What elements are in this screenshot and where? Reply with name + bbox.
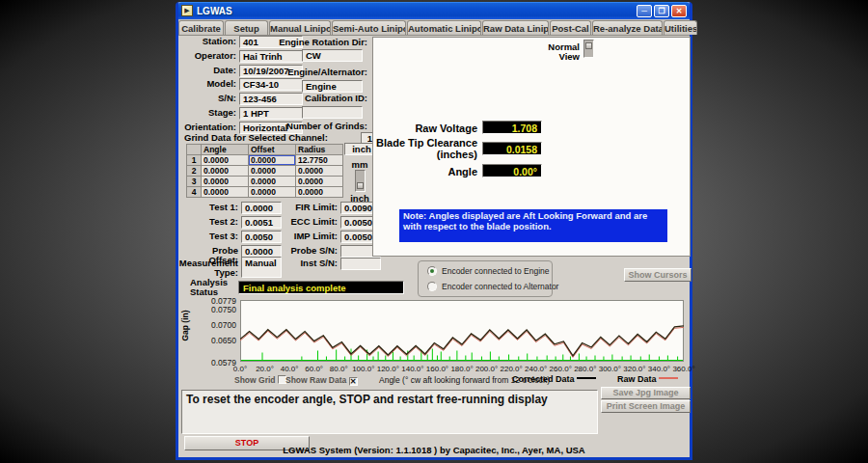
tab-raw-data-linipot[interactable]: Raw Data Linipot xyxy=(482,20,549,35)
station-label: Station: xyxy=(178,37,236,46)
main-content: Station: 401 Operator: Hai Trinh Date: 1… xyxy=(178,36,690,457)
table-header-radius: Radius xyxy=(296,145,342,154)
minimize-button[interactable]: ─ xyxy=(637,5,652,17)
table-cell[interactable]: 0.0000 xyxy=(202,166,248,176)
labview-app-icon: ▶ xyxy=(181,5,193,16)
table-header-offset: Offset xyxy=(249,145,295,154)
table-header xyxy=(187,145,201,154)
readout-panel: Normal View Raw Voltage 1.708 Blade Tip … xyxy=(372,37,691,257)
clearance-label: Blade Tip Clearance(inches) xyxy=(373,138,477,160)
test2-field[interactable]: 0.0051 xyxy=(241,216,282,229)
tab-strip: Calibrate Setup Manual Linipot Semi-Auto… xyxy=(178,19,690,36)
show-grid-label: Show Grid xyxy=(234,375,286,385)
row-index: 3 xyxy=(187,177,201,186)
show-raw-label: Show Raw Data ✕ xyxy=(285,375,358,386)
test1-label: Test 1: xyxy=(182,203,238,212)
y-tick-label: 0.0750 xyxy=(203,305,236,314)
test2-label: Test 2: xyxy=(182,217,238,227)
table-cell[interactable]: 0.0000 xyxy=(202,177,248,186)
row-index: 4 xyxy=(187,187,201,197)
encoder-alternator-option[interactable]: Encoder connected to Alternator xyxy=(427,282,558,291)
table-cell[interactable]: 0.0000 xyxy=(296,187,342,197)
normal-view-label: Normal View xyxy=(526,42,580,62)
table-cell[interactable]: 0.0000 xyxy=(202,187,248,197)
angle-display: 0.00° xyxy=(482,164,542,177)
encoder-engine-option[interactable]: Encoder connected to Engine xyxy=(427,266,550,276)
gap-vs-angle-chart[interactable] xyxy=(240,300,684,362)
operator-field[interactable]: Hai Trinh xyxy=(239,50,303,63)
show-raw-text: Show Raw Data xyxy=(285,375,346,385)
tab-setup[interactable]: Setup xyxy=(225,20,268,35)
unit-slider[interactable] xyxy=(355,170,366,192)
show-cursors-button[interactable]: Show Cursors xyxy=(624,268,692,282)
test1-field[interactable]: 0.0000 xyxy=(241,202,282,214)
calibration-id-label: Calibration ID: xyxy=(275,94,367,103)
message-box: To reset the encoder angle, STOP and res… xyxy=(181,390,598,434)
close-button[interactable]: ✕ xyxy=(671,5,687,17)
restore-button[interactable]: ❐ xyxy=(654,5,669,17)
fir-limit-label: FIR Limit: xyxy=(285,203,338,212)
tab-re-analyze-data[interactable]: Re-analyze Data xyxy=(592,20,663,35)
inst-sn-field[interactable] xyxy=(340,258,381,270)
calibration-id-field[interactable] xyxy=(302,106,363,119)
view-slider-thumb[interactable] xyxy=(585,42,592,49)
model-field[interactable]: CF34-10 xyxy=(239,78,303,91)
tab-post-cal[interactable]: Post-Cal xyxy=(550,20,591,35)
chart-y-axis-title: Gap (in) xyxy=(181,310,190,348)
x-tick-label: 360.0° xyxy=(668,365,699,373)
clearance-label-line1: Blade Tip Clearance xyxy=(376,137,477,149)
ecc-limit-label: ECC Limit: xyxy=(285,217,338,227)
date-label: Date: xyxy=(178,66,236,75)
unit-slider-thumb[interactable] xyxy=(357,182,364,189)
table-cell[interactable]: 0.0000 xyxy=(249,177,295,186)
legend-raw: Raw Data xyxy=(617,374,678,384)
legend-corrected-line-icon xyxy=(577,377,596,379)
measurement-type-label: Measurement Type: xyxy=(178,259,238,278)
stage-label: Stage: xyxy=(178,108,236,118)
title-bar[interactable]: ▶ LGWAS ─ ❐ ✕ xyxy=(178,2,690,19)
tab-utilities[interactable]: Utilities xyxy=(664,20,697,35)
tab-calibrate[interactable]: Calibrate xyxy=(178,20,224,35)
test3-label: Test 3: xyxy=(182,232,238,241)
print-screen-button[interactable]: Print Screen Image xyxy=(601,400,691,413)
view-slider[interactable] xyxy=(583,40,594,58)
save-jpg-button[interactable]: Save Jpg Image xyxy=(601,387,691,399)
status-bar: LGWAS System (Version: 1.1.1018 ) by Cap… xyxy=(178,445,690,455)
analysis-status-label: Analysis Status xyxy=(190,278,232,297)
grind-data-table: Angle Offset Radius 1 0.0000 0.0000 12.7… xyxy=(186,144,343,198)
probe-sn-label: Probe S/N: xyxy=(285,246,338,256)
stage-field[interactable]: 1 HPT xyxy=(239,107,303,120)
measurement-type-field[interactable]: Manual xyxy=(241,257,282,278)
tab-manual-linipot[interactable]: Manual Linipot xyxy=(269,20,331,35)
row-index: 1 xyxy=(187,155,201,165)
radio-selected-icon[interactable] xyxy=(427,266,437,276)
legend-raw-line-icon xyxy=(659,377,678,379)
test3-field[interactable]: 0.0050 xyxy=(241,231,282,243)
grind-table-title: Grind Data for Selected Channel: xyxy=(184,133,339,143)
table-cell[interactable]: 0.0000 xyxy=(249,166,295,176)
tab-automatic-linipot[interactable]: Automatic Linipot xyxy=(407,20,481,35)
table-header-angle: Angle xyxy=(202,145,248,154)
table-cell[interactable]: 0.0000 xyxy=(249,187,295,197)
table-cell[interactable]: 12.7750 xyxy=(296,155,342,165)
legend-corrected-text: Corrected Data xyxy=(512,374,575,384)
operator-label: Operator: xyxy=(178,51,236,61)
raw-voltage-label: Raw Voltage xyxy=(393,123,477,135)
inst-sn-label: Inst S/N: xyxy=(285,259,338,268)
app-window: ▶ LGWAS ─ ❐ ✕ Calibrate Setup Manual Lin… xyxy=(176,2,692,460)
raw-voltage-display: 1.708 xyxy=(482,121,542,134)
radio-unselected-icon[interactable] xyxy=(427,282,437,291)
analysis-status-display: Final analysis complete xyxy=(238,281,404,294)
engine-rotation-field[interactable]: CW xyxy=(302,49,363,62)
engine-alternator-field[interactable]: Engine xyxy=(302,80,363,93)
tab-semi-auto-linipot[interactable]: Semi-Auto Linipot xyxy=(332,20,406,35)
clearance-display: 0.0158 xyxy=(482,142,542,155)
y-tick-label: 0.0700 xyxy=(203,320,236,330)
table-cell-selected[interactable]: 0.0000 xyxy=(249,155,295,165)
table-cell[interactable]: 0.0000 xyxy=(296,166,342,176)
table-cell[interactable]: 0.0000 xyxy=(202,155,248,165)
show-raw-checkbox[interactable]: ✕ xyxy=(349,377,358,386)
table-cell[interactable]: 0.0000 xyxy=(296,177,342,186)
engine-rotation-label: Engine Rotation Dir: xyxy=(275,38,367,47)
show-grid-text: Show Grid xyxy=(234,375,276,385)
